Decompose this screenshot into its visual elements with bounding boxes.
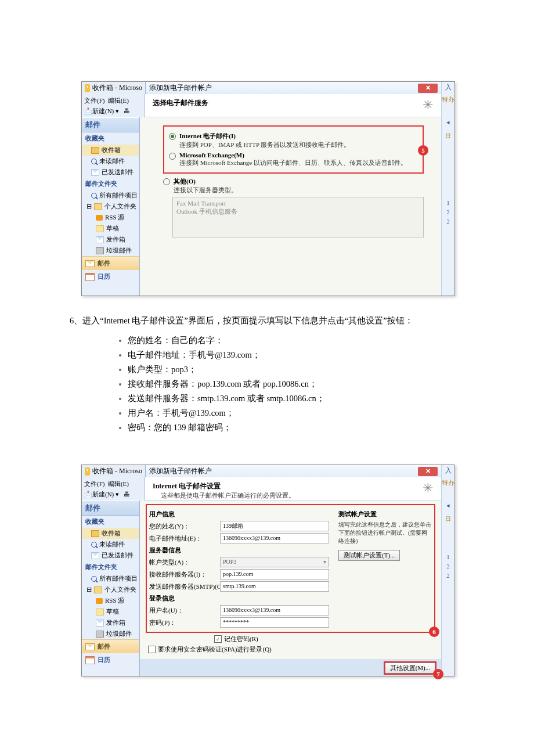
label-remember: 记住密码(R): [224, 635, 258, 643]
dialog-titlebar-2: 添加新电子邮件帐户 ✕: [146, 465, 441, 477]
nav-item-drafts[interactable]: 草稿: [82, 223, 139, 234]
label-spa: 要求使用安全密码验证(SPA)进行登录(Q): [158, 645, 272, 654]
step-badge-6: 6: [429, 627, 439, 637]
outlook-titlebar: 收件箱 - Microso: [82, 82, 146, 94]
dialog-body: Internet 电子邮件(I)连接到 POP、IMAP 或 HTTP 服务器以…: [140, 117, 441, 296]
outlook-icon: [85, 84, 90, 92]
outlook-menubar-2: 文件(F) 编辑(E) 📩新建(N) ▾ 🖶: [82, 477, 145, 501]
select-account-type[interactable]: POP3: [220, 557, 329, 567]
step-badge-7: 7: [433, 669, 443, 679]
menu-file[interactable]: 文件(F): [84, 97, 104, 104]
side-num-1: 1: [446, 198, 450, 207]
bullet-7: 密码：您的 139 邮箱密码；: [128, 423, 232, 432]
label-recv: 接收邮件服务器(I)：: [149, 570, 220, 579]
instruction-bullets: 您的姓名：自己的名字； 电子邮件地址：手机号@139.com； 账户类型：pop…: [104, 335, 464, 433]
nav-button-mail[interactable]: 邮件: [82, 256, 139, 270]
outlook-menubar: 文件(F) 编辑(E) 📩新建(N) ▾ 🖶: [82, 94, 145, 117]
side-num-3: 2: [446, 217, 450, 226]
bullet-1: 您的姓名：自己的名字；: [128, 336, 223, 345]
label-email: 电子邮件地址(E)：: [149, 534, 220, 543]
nav-item-inbox[interactable]: 收件箱: [82, 145, 139, 156]
radio-exchange[interactable]: [169, 153, 176, 160]
screenshot-2: 收件箱 - Microso 添加新电子邮件帐户 ✕ 入 文件(F) 编辑(E) …: [81, 465, 455, 676]
nav-item-outbox[interactable]: 发件箱: [82, 234, 139, 245]
section-login-info: 登录信息: [149, 594, 329, 603]
menu-edit[interactable]: 编辑(E): [108, 97, 129, 104]
outlook-title-text: 收件箱 - Microso: [92, 83, 142, 93]
label-type: 帐户类型(A)：: [149, 558, 220, 567]
nav-section-favorites: 收藏夹: [82, 132, 139, 145]
bullet-2: 电子邮件地址：手机号@139.com；: [128, 350, 261, 359]
label-send: 发送邮件服务器(SMTP)(O)：: [149, 582, 220, 591]
side-tri: ◂: [446, 117, 450, 127]
highlight-box-7: 其他设置(M)...: [384, 661, 436, 675]
nav-section-folders: 邮件文件夹: [82, 178, 139, 190]
other-settings-button[interactable]: 其他设置(M)...: [385, 663, 435, 674]
dialog-header-2: Internet 电子邮件设置 这些都是使电子邮件帐户正确运行的必需设置。 ✳: [145, 477, 441, 501]
highlight-box-6: 用户信息 您的姓名(Y)：139邮箱 电子邮件地址(E)：136090xxxx3…: [146, 504, 435, 633]
dialog-titlebar: 添加新电子邮件帐户 ✕: [146, 82, 441, 94]
input-username[interactable]: 136090xxxx3@139.com: [220, 605, 329, 615]
dialog-heading: 选择电子邮件服务: [153, 99, 208, 107]
step-6-text: 6、进入“Internet 电子邮件设置”界面后，按页面提示填写以下信息并点击“…: [70, 312, 470, 329]
bullet-3: 账户类型：pop3；: [128, 365, 197, 374]
close-button[interactable]: ✕: [418, 84, 438, 93]
radio-internet-email[interactable]: [169, 133, 176, 140]
bullet-5: 发送邮件服务器：smtp.139.com 或者 smtp.10086.cn；: [128, 394, 325, 403]
nav-item-unread[interactable]: 未读邮件: [82, 156, 139, 167]
screenshot-1: 收件箱 - Microso 添加新电子邮件帐户 ✕ 入 文件(F) 编辑(E) …: [81, 81, 455, 296]
nav-button-calendar[interactable]: 日历: [82, 270, 139, 283]
outlook-icon-2: [85, 467, 90, 476]
nav-item-junk[interactable]: 垃圾邮件: [82, 245, 139, 256]
label-password: 密码(P)：: [149, 618, 220, 627]
radio-other[interactable]: [163, 178, 170, 185]
cursor-icon: ✳: [423, 98, 433, 113]
nav-section-mail: 邮件: [82, 117, 139, 132]
option-other[interactable]: 其他(O)连接以下服务器类型。: [163, 177, 424, 195]
test-description: 填写完此这些信息之后，建议您单击下面的按钮进行帐户测试。(需要网络连接): [338, 521, 432, 545]
input-name[interactable]: 139邮箱: [220, 521, 329, 531]
section-test: 测试帐户设置: [338, 510, 432, 519]
input-email[interactable]: 136090xxxx3@139.com: [220, 533, 329, 543]
side-label-2: 特办: [442, 94, 454, 105]
email-settings-form: 用户信息 您的姓名(Y)：139邮箱 电子邮件地址(E)：136090xxxx3…: [140, 501, 441, 659]
bullet-6: 用户名：手机号@139.com；: [128, 408, 234, 417]
outlook-titlebar-2: 收件箱 - Microso: [82, 465, 146, 477]
highlight-box-5: Internet 电子邮件(I)连接到 POP、IMAP 或 HTTP 服务器以…: [163, 125, 424, 174]
input-password[interactable]: *********: [220, 617, 329, 628]
side-label-1: 入: [445, 82, 452, 93]
outlook-nav-pane: 邮件 收藏夹 收件箱 未读邮件 已发送邮件 邮件文件夹 所有邮件项目 ⊟ 个人文…: [82, 117, 140, 296]
toolbar-new[interactable]: 📩新建(N) ▾ 🖶: [84, 107, 130, 114]
nav-item-sent[interactable]: 已发送邮件: [82, 167, 139, 178]
bullet-4: 接收邮件服务器：pop.139.com 或者 pop.10086.cn；: [128, 379, 317, 388]
label-username: 用户名(U)：: [149, 606, 220, 615]
nav-item-personal[interactable]: ⊟ 个人文件夹: [82, 201, 139, 212]
input-recv-server[interactable]: pop.139.com: [220, 569, 329, 579]
dialog-title-text: 添加新电子邮件帐户: [149, 83, 212, 93]
input-send-server[interactable]: smtp.139.com: [220, 581, 329, 592]
nav-item-rss[interactable]: RSS 源: [82, 212, 139, 223]
nav-item-all[interactable]: 所有邮件项目: [82, 190, 139, 201]
section-server-info: 服务器信息: [149, 546, 329, 555]
outlook-nav-pane-2: 邮件 收藏夹 收件箱 未读邮件 已发送邮件 邮件文件夹 所有邮件项目 ⊟ 个人文…: [82, 501, 140, 676]
option-exchange[interactable]: Microsoft Exchange(M)连接到 Microsoft Excha…: [169, 152, 418, 167]
side-num-2: 2: [446, 207, 450, 217]
cursor-icon-2: ✳: [423, 481, 433, 496]
close-button-2[interactable]: ✕: [418, 467, 438, 476]
option-internet-email[interactable]: Internet 电子邮件(I)连接到 POP、IMAP 或 HTTP 服务器以…: [169, 132, 418, 149]
checkbox-spa[interactable]: [148, 646, 156, 653]
checkbox-remember[interactable]: ✓: [214, 635, 222, 643]
step-badge-5: 5: [418, 145, 428, 156]
other-server-list: Fax Mail Transport Outlook 手机信息服务: [172, 197, 424, 237]
test-settings-button[interactable]: 测试帐户设置(T)...: [338, 550, 400, 561]
dialog-header: 选择电子邮件服务 ✳: [145, 94, 441, 117]
label-name: 您的姓名(Y)：: [149, 522, 220, 531]
section-user-info: 用户信息: [149, 510, 329, 519]
